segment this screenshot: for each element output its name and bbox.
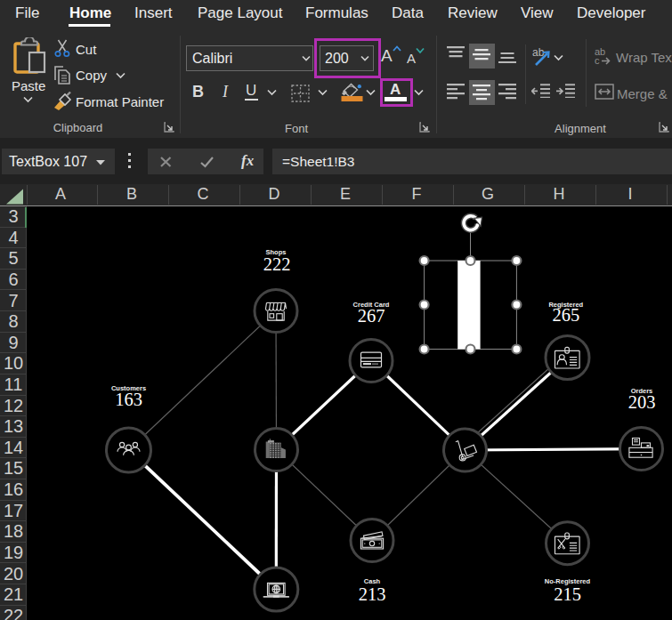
svg-text:222: 222 bbox=[263, 254, 291, 274]
svg-text:215: 215 bbox=[554, 584, 581, 604]
svg-text:267: 267 bbox=[358, 306, 385, 326]
svg-text:213: 213 bbox=[359, 584, 386, 604]
svg-text:203: 203 bbox=[628, 392, 656, 412]
svg-text:c: c bbox=[595, 55, 600, 66]
svg-text:265: 265 bbox=[552, 305, 579, 325]
svg-text:163: 163 bbox=[115, 390, 142, 409]
